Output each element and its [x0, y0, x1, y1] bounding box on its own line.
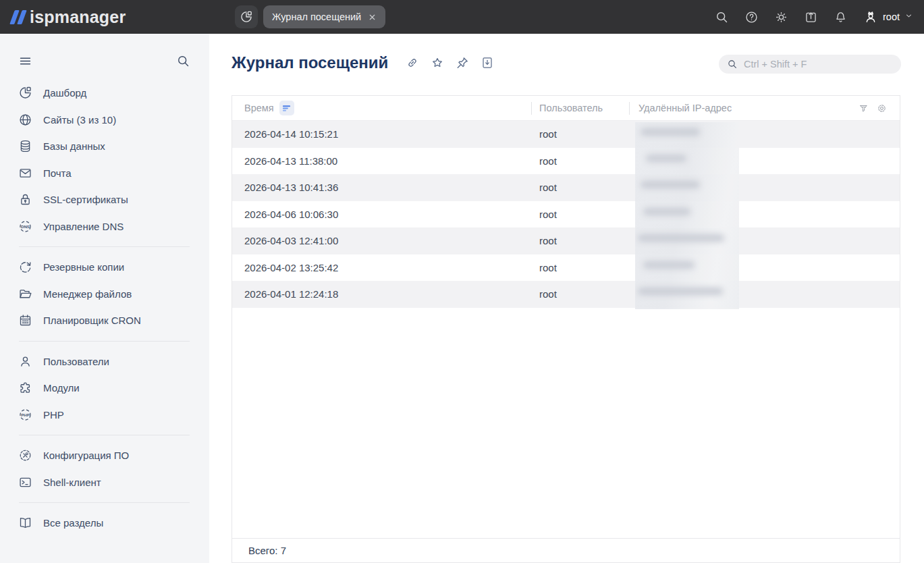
dashboard-tab-button[interactable] — [235, 5, 258, 28]
collapse-menu-button[interactable] — [18, 54, 32, 68]
cell-time: 2026-04-02 13:25:42 — [232, 262, 531, 273]
tab-visit-log[interactable]: Журнал посещений — [263, 5, 385, 28]
cell-user: root — [531, 235, 629, 246]
column-label: Время — [244, 103, 274, 113]
mail-icon — [18, 166, 32, 180]
total-count: Всего: 7 — [248, 545, 286, 556]
sidebar-header — [0, 34, 209, 68]
sidebar-divider — [19, 246, 190, 247]
bell-icon — [834, 10, 848, 24]
tab-close-button[interactable] — [368, 13, 377, 22]
search-input[interactable] — [744, 59, 893, 70]
sidebar-item-ssl[interactable]: SSL-сертификаты — [0, 186, 209, 213]
sidebar-item-php[interactable]: PHP — [0, 402, 209, 429]
table-settings-gear-icon[interactable] — [877, 103, 887, 113]
sidebar-item-label: Конфигурация ПО — [43, 450, 129, 461]
cell-time: 2026-04-13 10:41:36 — [232, 182, 531, 193]
sidebar-item-shell-client[interactable]: Shell-клиент — [0, 469, 209, 496]
table-footer: Всего: 7 — [232, 538, 900, 562]
sidebar-item-backups[interactable]: Резервные копии — [0, 254, 209, 281]
cell-time: 2026-04-03 12:41:00 — [232, 235, 531, 246]
dns-icon — [18, 219, 32, 234]
table-row[interactable]: 2026-04-02 13:25:42 root — [232, 254, 900, 282]
logo-text: ispmanager — [30, 7, 126, 27]
ispmanager-logo[interactable]: ispmanager — [12, 0, 126, 34]
table-row[interactable]: 2026-04-14 10:15:21 root — [232, 121, 900, 148]
sidebar-item-label: Менеджер файлов — [43, 288, 132, 300]
sidebar-item-modules[interactable]: Модули — [0, 375, 209, 402]
table-header: Время Пользователь Удалённый IP-адрес — [232, 96, 900, 121]
sidebar-item-users[interactable]: Пользователи — [0, 348, 209, 375]
theme-button[interactable] — [774, 10, 788, 24]
filter-icon[interactable] — [859, 103, 869, 113]
sidebar-item-label: PHP — [43, 409, 64, 421]
sidebar-item-cron[interactable]: Планировщик CRON — [0, 307, 209, 334]
page-header: Журнал посещений — [232, 53, 494, 72]
copy-link-button[interactable] — [406, 56, 419, 70]
backup-icon — [18, 260, 32, 274]
sidebar-item-all-sections[interactable]: Все разделы — [0, 510, 209, 537]
column-header-ip[interactable]: Удалённый IP-адрес — [630, 103, 859, 113]
pin-button[interactable] — [456, 56, 469, 70]
close-icon — [368, 13, 377, 22]
sidebar-item-mail[interactable]: Почта — [0, 160, 209, 187]
page-title: Журнал посещений — [232, 53, 388, 72]
sidebar-item-label: Резервные копии — [43, 261, 124, 273]
sort-descending-icon — [281, 103, 292, 113]
sidebar-item-label: Shell-клиент — [43, 477, 101, 488]
column-header-user[interactable]: Пользователь — [532, 103, 629, 113]
tab-bar: Журнал посещений — [235, 5, 385, 28]
sidebar-item-dashboard[interactable]: Дашборд — [0, 80, 209, 107]
user-menu[interactable]: root — [863, 9, 913, 24]
notifications-button[interactable] — [834, 10, 848, 24]
calendar-icon — [18, 313, 32, 327]
globe-icon — [18, 113, 32, 127]
favorite-button[interactable] — [431, 56, 444, 70]
sun-icon — [774, 10, 788, 24]
table-row[interactable]: 2026-04-06 10:06:30 root — [232, 201, 900, 228]
star-icon — [431, 56, 444, 70]
cell-user: root — [531, 128, 629, 140]
sidebar-item-label: SSL-сертификаты — [43, 194, 128, 205]
sidebar-item-software-config[interactable]: Конфигурация ПО — [0, 442, 209, 469]
lock-icon — [18, 192, 32, 207]
sidebar-item-file-manager[interactable]: Менеджер файлов — [0, 281, 209, 308]
export-button[interactable] — [804, 10, 818, 24]
sidebar-item-label: Все разделы — [43, 517, 103, 529]
search-icon — [727, 59, 738, 70]
sidebar-item-label: Почта — [43, 167, 72, 179]
php-icon — [18, 408, 32, 422]
table-row[interactable]: 2026-04-13 11:38:00 root — [232, 148, 900, 175]
topbar: ispmanager Журнал посещений root — [0, 0, 924, 34]
sidebar-item-label: Пользователи — [43, 356, 109, 367]
book-icon — [18, 516, 32, 530]
user-name: root — [883, 11, 900, 22]
column-header-time[interactable]: Время — [232, 101, 531, 115]
export-table-button[interactable] — [481, 56, 494, 70]
sidebar-item-label: Управление DNS — [43, 221, 124, 232]
puzzle-icon — [18, 381, 32, 395]
topbar-actions: root — [715, 0, 913, 34]
sidebar-menu: Дашборд Сайты (3 из 10) Базы данных Почт… — [0, 80, 209, 537]
sidebar-search-button[interactable] — [176, 54, 190, 68]
help-button[interactable] — [744, 10, 759, 24]
page-title-actions — [406, 56, 494, 70]
sidebar-item-label: Базы данных — [43, 140, 105, 152]
sidebar-item-sites[interactable]: Сайты (3 из 10) — [0, 107, 209, 134]
sidebar-divider — [19, 502, 190, 503]
sort-button[interactable] — [279, 101, 294, 115]
link-icon — [406, 56, 419, 70]
cell-user: root — [531, 182, 629, 193]
hamburger-icon — [18, 54, 32, 68]
search-button[interactable] — [715, 10, 729, 24]
logo-slashes-icon — [12, 10, 24, 24]
table-row[interactable]: 2026-04-01 12:24:18 root — [232, 281, 900, 308]
pin-icon — [456, 56, 469, 70]
sidebar: Дашборд Сайты (3 из 10) Базы данных Почт… — [0, 34, 209, 563]
sidebar-item-label: Планировщик CRON — [43, 315, 141, 326]
sidebar-item-databases[interactable]: Базы данных — [0, 133, 209, 160]
sidebar-item-dns[interactable]: Управление DNS — [0, 213, 209, 240]
table-row[interactable]: 2026-04-13 10:41:36 root — [232, 174, 900, 201]
sidebar-divider — [19, 435, 190, 435]
table-row[interactable]: 2026-04-03 12:41:00 root — [232, 227, 900, 254]
